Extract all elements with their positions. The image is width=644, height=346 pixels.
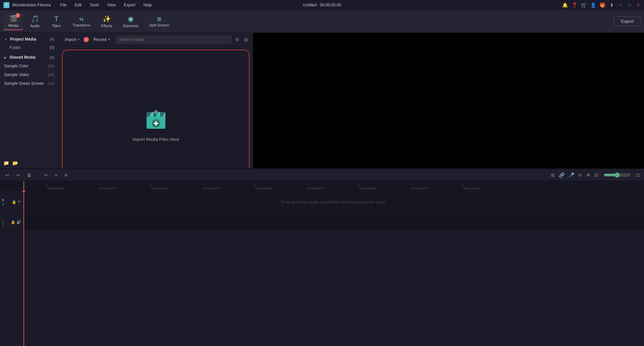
expand-project-media-icon: ▼ bbox=[4, 38, 7, 41]
split-view-icon[interactable]: ⊟ bbox=[594, 172, 599, 178]
magnet-icon[interactable]: 🔗 bbox=[558, 172, 565, 178]
new-folder-icon[interactable]: 📁 bbox=[3, 160, 9, 166]
multi-trim-button[interactable]: ≡ bbox=[53, 172, 59, 178]
lock-icon[interactable]: 🔒 bbox=[12, 200, 16, 204]
project-media-count: (0) bbox=[50, 37, 54, 41]
close-button[interactable]: ✕ bbox=[636, 3, 641, 7]
menu-view[interactable]: View bbox=[106, 2, 117, 8]
cart-icon[interactable]: 🛒 bbox=[581, 2, 586, 8]
sample-color-count: (25) bbox=[48, 64, 54, 68]
sample-color-label: Sample Color bbox=[4, 64, 29, 68]
delete-button[interactable]: 🗑 bbox=[25, 172, 34, 178]
import-button[interactable]: Import ▼ bbox=[62, 36, 83, 43]
notification-icon[interactable]: 🔔 bbox=[562, 2, 568, 8]
tool-media-label: Media bbox=[8, 23, 18, 27]
audio-track-content-1[interactable] bbox=[23, 214, 644, 230]
zoom-slider[interactable] bbox=[604, 172, 631, 178]
export-button[interactable]: Export bbox=[614, 16, 641, 26]
tool-effects[interactable]: ✨ Effects bbox=[96, 13, 117, 30]
menu-export[interactable]: Export bbox=[122, 2, 137, 8]
audio-wave-icon: ♪ bbox=[2, 218, 4, 222]
titlebar-right: 🔔 ❓ 🛒 👤 🎁 ⬇ ─ □ ✕ bbox=[562, 2, 641, 8]
sidebar-item-folder[interactable]: Folder (0) bbox=[0, 44, 58, 52]
menu-file[interactable]: File bbox=[59, 2, 68, 8]
video-track-label-1: ▶ 1 bbox=[2, 198, 4, 206]
cut-button[interactable]: ✂ bbox=[42, 172, 50, 178]
audio-track-header-1: ♪ 1 🔒 🔊 bbox=[0, 214, 23, 230]
tool-media-badge: 1 bbox=[15, 13, 20, 18]
sample-video-count: (20) bbox=[48, 73, 54, 77]
tool-media[interactable]: 1 🎬 Media bbox=[3, 12, 23, 30]
menu-edit[interactable]: Edit bbox=[73, 2, 83, 8]
menu-tools[interactable]: Tools bbox=[88, 2, 100, 8]
ruler-tick bbox=[411, 184, 411, 187]
ruler-mark-5: 00:00:50:00 bbox=[307, 184, 359, 190]
tool-split-screen-label: Split Screen bbox=[149, 23, 169, 27]
menu-help[interactable]: Help bbox=[142, 2, 153, 8]
search-input[interactable] bbox=[115, 36, 232, 44]
ruler-tick bbox=[47, 184, 47, 187]
svg-point-8 bbox=[155, 111, 157, 113]
timeline-toolbar: ↩ ↪ 🗑 ✂ ≡ ≋ ⊞ 🔗 🎤 ⇆ ❄ ⊟ ⊡ bbox=[0, 169, 644, 181]
sidebar-item-shared-media[interactable]: ▶ Shared Media (4) bbox=[0, 53, 58, 62]
video-icon: ▶ bbox=[2, 198, 4, 201]
folder-label: Folder bbox=[9, 45, 21, 50]
download-icon[interactable]: ⬇ bbox=[609, 2, 614, 8]
ruler-tick bbox=[463, 184, 463, 187]
sidebar-item-sample-color[interactable]: Sample Color (25) bbox=[0, 62, 58, 70]
shared-media-count: (4) bbox=[50, 55, 54, 59]
profile-icon[interactable]: 👤 bbox=[590, 2, 596, 8]
audio-track-number: 1 bbox=[2, 222, 4, 226]
tool-elements-label: Elements bbox=[123, 24, 139, 28]
track-number-1: 1 bbox=[2, 202, 4, 206]
project-media-label: Project Media bbox=[10, 37, 36, 42]
sidebar-item-sample-green-screen[interactable]: Sample Green Screen (10) bbox=[0, 79, 58, 88]
audio-lock-icon[interactable]: 🔒 bbox=[11, 220, 15, 224]
timeline-right-tools: ⊞ 🔗 🎤 ⇆ ❄ ⊟ ⊡ bbox=[550, 172, 641, 178]
tool-split-screen[interactable]: ⊞ Split Screen bbox=[145, 14, 174, 29]
import-dropdown-arrow: ▼ bbox=[77, 38, 80, 41]
help-circle-icon[interactable]: ❓ bbox=[572, 2, 577, 8]
timeline-ruler: 00:00:00:00 00:00:10:00 00:00:20:00 00:0… bbox=[0, 181, 644, 190]
audio-track-label-1: ♪ 1 bbox=[2, 218, 4, 226]
maximize-button[interactable]: □ bbox=[627, 3, 632, 7]
audio-volume-icon[interactable]: 🔊 bbox=[16, 220, 21, 224]
redo-button[interactable]: ↪ bbox=[14, 172, 22, 178]
sample-video-label: Sample Video bbox=[4, 72, 29, 77]
audio-stretch-button[interactable]: ≋ bbox=[62, 172, 70, 178]
ruler-mark-1: 00:00:10:00 bbox=[99, 184, 151, 190]
sidebar-item-sample-video[interactable]: Sample Video (20) bbox=[0, 70, 58, 79]
tool-audio-label: Audio bbox=[30, 24, 40, 28]
freeze-frame-icon[interactable]: ❄ bbox=[586, 172, 591, 178]
tool-elements[interactable]: ◉ Elements bbox=[118, 13, 143, 30]
toolbar-separator-1 bbox=[38, 172, 38, 178]
gift-icon[interactable]: 🎁 bbox=[600, 2, 605, 8]
ruler-marks: 00:00:00:00 00:00:10:00 00:00:20:00 00:0… bbox=[23, 181, 515, 190]
video-track-drop-msg: Drag and drop media and effects here to … bbox=[281, 200, 386, 205]
folder-count: (0) bbox=[49, 45, 54, 50]
record-audio-icon[interactable]: 🎤 bbox=[568, 172, 575, 178]
media-toolbar: Import ▼ 2 Record ▼ ⚙ ⊞ bbox=[59, 33, 253, 46]
video-track-content-1[interactable]: Drag and drop media and effects here to … bbox=[23, 190, 644, 214]
fit-icon[interactable]: ⊡ bbox=[635, 172, 641, 178]
video-track-1: ▶ 1 🔒 👁 Drag and drop media and effects … bbox=[0, 190, 644, 214]
transition-icon[interactable]: ⇆ bbox=[578, 172, 583, 178]
record-button[interactable]: Record ▼ bbox=[91, 36, 113, 43]
add-folder-icon[interactable]: 📂 bbox=[12, 160, 18, 166]
sidebar-item-project-media[interactable]: ▼ Project Media (0) bbox=[0, 35, 58, 44]
ruler-mark-8: 00:01:20:00 bbox=[463, 184, 515, 190]
filter-icon[interactable]: ⚙ bbox=[234, 36, 241, 44]
ruler-playhead[interactable] bbox=[23, 181, 24, 190]
record-label: Record bbox=[94, 37, 107, 42]
expand-shared-media-icon: ▶ bbox=[4, 56, 7, 59]
sample-green-screen-count: (10) bbox=[48, 81, 54, 85]
minimize-button[interactable]: ─ bbox=[619, 3, 623, 7]
tool-transitions[interactable]: ⇆ Transitions bbox=[68, 14, 95, 29]
undo-button[interactable]: ↩ bbox=[3, 172, 11, 178]
eye-icon[interactable]: 👁 bbox=[17, 200, 21, 204]
tool-audio[interactable]: 🎵 Audio bbox=[25, 13, 45, 30]
titlebar-left: F Wondershare Filmora File Edit Tools Vi… bbox=[3, 2, 153, 8]
tool-titles[interactable]: T Titles bbox=[46, 13, 66, 30]
add-track-icon[interactable]: ⊞ bbox=[550, 172, 555, 178]
layout-icon[interactable]: ⊞ bbox=[243, 36, 250, 44]
